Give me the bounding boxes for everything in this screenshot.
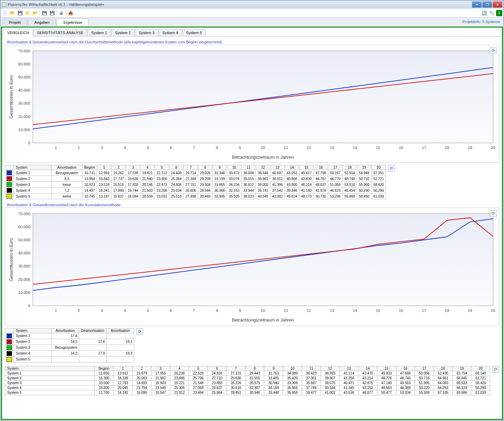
svg-text:10: 10: [261, 146, 265, 150]
info-icon[interactable]: i: [496, 10, 502, 16]
main-tabs: Projekt Angaben Ergebnisse Projektinfo: …: [0, 18, 504, 26]
open-icon[interactable]: 📂: [9, 10, 15, 16]
svg-text:14: 14: [353, 308, 357, 313]
section1-title: Amortisation & Gesamtkostenverlauf nach …: [7, 40, 499, 44]
svg-text:50.000: 50.000: [18, 238, 30, 242]
tab-ergebnisse[interactable]: Ergebnisse: [57, 19, 89, 26]
svg-text:60.000: 60.000: [18, 225, 30, 229]
series-toggle[interactable]: [7, 351, 12, 356]
svg-rect-56: [33, 51, 493, 143]
svg-text:5: 5: [147, 146, 149, 150]
chart1-zoom-icon[interactable]: ⟳: [490, 47, 497, 54]
series-toggle[interactable]: [7, 339, 12, 344]
series-toggle[interactable]: [7, 182, 12, 187]
series-toggle[interactable]: [7, 357, 12, 362]
minimize-button[interactable]: ━: [472, 1, 482, 8]
subtab-system4[interactable]: System 4: [159, 29, 182, 36]
svg-text:60.000: 60.000: [18, 62, 30, 66]
svg-text:13: 13: [330, 146, 334, 150]
svg-text:9: 9: [239, 308, 241, 313]
subtab-vergleich[interactable]: VERGLEICH: [3, 29, 33, 36]
svg-text:17: 17: [422, 308, 426, 313]
svg-text:16: 16: [399, 308, 403, 313]
subtab-system2[interactable]: System 2: [111, 29, 135, 36]
svg-text:Gesamtkosten in Euro: Gesamtkosten in Euro: [9, 75, 14, 119]
svg-text:10: 10: [261, 308, 265, 313]
export-icon[interactable]: 📤: [67, 10, 74, 16]
section2-title: Amortisation & Gesamtkostenverlauf nach …: [7, 203, 499, 207]
close-button[interactable]: ✕: [493, 1, 502, 8]
system-name: System 1: [14, 170, 52, 176]
chart2-zoom-icon[interactable]: ⟳: [490, 210, 497, 217]
series-toggle[interactable]: [7, 194, 12, 199]
svg-text:30.000: 30.000: [18, 264, 30, 269]
svg-text:20: 20: [491, 308, 495, 313]
svg-text:1: 1: [55, 308, 57, 313]
wrench-icon[interactable]: 🔧: [489, 10, 495, 16]
subtab-system5[interactable]: System 5: [182, 29, 206, 36]
svg-text:6: 6: [170, 146, 172, 150]
folder2-icon[interactable]: 📂: [32, 10, 38, 16]
table1-zoom-icon[interactable]: ⟳: [388, 165, 395, 172]
new-icon[interactable]: 📄: [2, 10, 8, 16]
svg-text:40.000: 40.000: [18, 251, 30, 255]
disk2-icon[interactable]: 💾: [49, 10, 55, 16]
svg-text:20.000: 20.000: [18, 115, 30, 119]
save-icon[interactable]: 💾: [17, 10, 23, 16]
svg-text:3: 3: [101, 146, 103, 150]
svg-text:17: 17: [422, 146, 426, 150]
series-toggle[interactable]: [7, 170, 12, 175]
svg-text:19: 19: [468, 308, 472, 313]
svg-rect-115: [33, 214, 493, 306]
series-toggle[interactable]: [7, 188, 12, 193]
svg-text:14: 14: [353, 146, 357, 150]
svg-text:7: 7: [193, 308, 195, 313]
svg-text:18: 18: [445, 308, 449, 313]
toolbar: 📄 📂 💾 📁 📂 💾 💾 🖨 📤 🔄 🔧 i: [0, 9, 504, 18]
svg-text:Betrachtungszeitraum in Jahren: Betrachtungszeitraum in Jahren: [232, 155, 294, 160]
svg-text:13: 13: [330, 308, 334, 313]
sub-tabs: VERGLEICH SENSITIVITÄTS-ANALYSE System 1…: [3, 29, 501, 36]
svg-text:7: 7: [193, 146, 195, 150]
subtab-system1[interactable]: System 1: [87, 29, 111, 36]
svg-text:18: 18: [445, 146, 449, 150]
window-title: PokornyTec Wirtschaftlichkeit v6.3 - Val…: [8, 2, 104, 7]
maximize-button[interactable]: ❐: [482, 1, 492, 8]
svg-text:15: 15: [376, 308, 380, 313]
system-name: System 5: [14, 193, 52, 199]
svg-text:15: 15: [376, 146, 380, 150]
chart2: 010.00020.00030.00040.00050.00060.00070.…: [7, 209, 497, 323]
svg-text:70.000: 70.000: [18, 49, 30, 53]
system-name: System 3: [14, 182, 52, 188]
svg-text:10.000: 10.000: [18, 291, 30, 295]
print-icon[interactable]: 🖨: [58, 10, 64, 16]
table2-zoom-icon[interactable]: ⟳: [136, 328, 143, 335]
svg-text:5: 5: [147, 308, 149, 313]
svg-text:Betrachtungszeitraum in Jahren: Betrachtungszeitraum in Jahren: [232, 317, 294, 323]
tab-angaben[interactable]: Angaben: [28, 19, 56, 26]
titlebar: PokornyTec Wirtschaftlichkeit v6.3 - Val…: [0, 0, 504, 9]
folder-icon[interactable]: 📁: [24, 10, 31, 16]
svg-text:40.000: 40.000: [18, 88, 30, 92]
svg-text:8: 8: [216, 308, 218, 313]
refresh-icon[interactable]: 🔄: [481, 10, 487, 16]
svg-text:20.000: 20.000: [18, 277, 30, 282]
svg-text:8: 8: [216, 146, 218, 150]
subtab-system3[interactable]: System 3: [135, 29, 158, 36]
system-name: System 2: [14, 176, 52, 182]
subtab-sensitivitaet[interactable]: SENSITIVITÄTS-ANALYSE: [33, 29, 87, 36]
series-toggle[interactable]: [7, 345, 12, 350]
tab-projekt[interactable]: Projekt: [2, 19, 27, 26]
table3: SystemBeginn1234567891011121314151617181…: [5, 366, 490, 395]
svg-text:11: 11: [284, 308, 288, 313]
svg-text:4: 4: [124, 308, 126, 313]
disk-icon[interactable]: 💾: [41, 10, 47, 16]
svg-text:20: 20: [491, 146, 495, 150]
svg-text:70.000: 70.000: [18, 212, 30, 216]
svg-text:10.000: 10.000: [18, 128, 30, 132]
series-toggle[interactable]: [7, 176, 12, 181]
table3-zoom-icon[interactable]: ⟳: [492, 366, 499, 373]
svg-text:11: 11: [284, 146, 288, 150]
series-toggle[interactable]: [7, 334, 12, 338]
table2: SystemAmortisationDeamortisationAmortisa…: [5, 328, 134, 362]
